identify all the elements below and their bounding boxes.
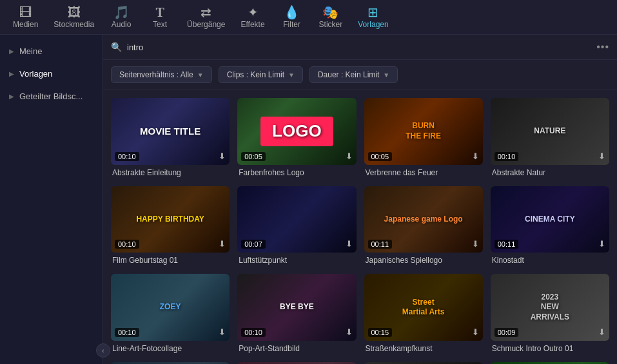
main-area: ▶ Meine ▶ Vorlagen ▶ Geteilter Bildsc...… [0,35,617,364]
thumb-wrap-7: Japanese game Logo00:11⬇ [364,186,483,253]
toolbar-item-effekte[interactable]: ✦ Effekte [233,3,272,32]
thumb-wrap-9: ZOEY00:10⬇ [111,274,230,341]
grid-item-10[interactable]: BYE BYE00:10⬇Pop-Art-Standbild [237,274,356,354]
template-grid: MOVIE TITLE00:10⬇Abstrakte EinleitungLOG… [111,98,609,364]
vorlagen-icon: ⊞ [367,6,378,19]
duration-9: 00:10 [115,328,139,337]
filter-aspect-label: Seitenverhältnis : Alle [119,70,193,79]
grid-item-3[interactable]: BURN THE FIRE00:05⬇Verbrenne das Feuer [364,98,483,178]
duration-6: 00:07 [241,240,266,249]
grid-label-12: Schmuck Intro Outro 01 [491,341,609,354]
grid-item-4[interactable]: NATURE00:10⬇Abstrakte Natur [491,98,609,178]
search-bar: 🔍 ••• [103,35,617,60]
thumb-wrap-3: BURN THE FIRE00:05⬇ [364,98,483,165]
grid-label-2: Farbenfrohes Logo [237,165,356,178]
duration-1: 00:10 [115,152,139,161]
grid-item-1[interactable]: MOVIE TITLE00:10⬇Abstrakte Einleitung [111,98,230,178]
filters-bar: Seitenverhältnis : Alle ▼ Clips : Kein L… [103,60,617,90]
filter-duration-arrow: ▼ [383,72,389,79]
grid-item-6[interactable]: 00:07⬇Luftstützpunkt [237,186,356,267]
uebergaenge-icon: ⇄ [201,6,211,19]
filter-aspect-button[interactable]: Seitenverhältnis : Alle ▼ [111,66,212,83]
filter-duration-label: Dauer : Kein Limit [318,70,379,79]
sidebar: ▶ Meine ▶ Vorlagen ▶ Geteilter Bildsc...… [0,35,103,364]
filter-clips-button[interactable]: Clips : Kein Limit ▼ [219,66,303,83]
toolbar-item-filter[interactable]: 💧 Filter [273,3,311,32]
toolbar-item-medien[interactable]: 🎞 Medien [5,3,46,32]
filter-aspect-arrow: ▼ [197,72,204,79]
search-input[interactable] [127,43,591,52]
chevron-icon-3: ▶ [9,93,14,100]
download-icon-3: ⬇ [472,151,479,161]
thumb-wrap-10: BYE BYE00:10⬇ [237,274,356,341]
filter-clips-label: Clips : Kein Limit [227,70,284,79]
grid-label-4: Abstrakte Natur [491,165,609,178]
grid-label-1: Abstrakte Einleitung [111,165,230,178]
content-panel: 🔍 ••• Seitenverhältnis : Alle ▼ Clips : … [103,35,617,364]
duration-12: 00:09 [495,328,519,337]
thumb-wrap-2: LOGO00:05⬇ [237,98,356,165]
effekte-icon: ✦ [248,6,259,19]
toolbar-item-sticker[interactable]: 🎭 Sticker [311,3,351,32]
grid-item-12[interactable]: 2023 NEW ARRIVALS00:09⬇Schmuck Intro Out… [491,274,609,354]
toolbar-item-text[interactable]: T Text [141,3,179,32]
download-icon-2: ⬇ [346,151,353,161]
toolbar-label-text: Text [153,20,167,29]
duration-4: 00:10 [495,152,519,161]
download-icon-5: ⬇ [219,239,226,249]
filter-duration-button[interactable]: Dauer : Kein Limit ▼ [309,66,398,83]
thumb-wrap-6: 00:07⬇ [237,186,356,253]
sidebar-item-vorlagen[interactable]: ▶ Vorlagen [0,62,103,85]
toolbar: 🎞 Medien 🖼 Stockmedia 🎵 Audio T Text ⇄ Ü… [0,0,617,35]
sidebar-item-meine[interactable]: ▶ Meine [0,40,103,62]
toolbar-item-audio[interactable]: 🎵 Audio [102,3,141,32]
download-icon-12: ⬇ [598,327,605,337]
grid-label-11: Straßenkampfkunst [364,341,483,354]
sidebar-item-geteilt[interactable]: ▶ Geteilter Bildsc... [0,85,103,108]
duration-7: 00:11 [368,240,393,249]
grid-item-9[interactable]: ZOEY00:10⬇Line-Art-Fotocollage [111,274,230,354]
thumb-wrap-8: CINEMA CITY00:11⬇ [491,186,609,253]
duration-8: 00:11 [495,240,519,249]
sidebar-toggle-button[interactable]: ‹ [96,343,110,358]
toolbar-label-filter: Filter [283,20,300,29]
grid-item-7[interactable]: Japanese game Logo00:11⬇Japanisches Spie… [364,186,483,267]
download-icon-6: ⬇ [346,239,353,249]
grid-label-5: Film Geburtstag 01 [111,253,230,266]
more-options-button[interactable]: ••• [596,41,609,53]
toolbar-item-uebergaenge[interactable]: ⇄ Übergänge [179,3,233,32]
toolbar-label-audio: Audio [112,20,132,29]
toolbar-label-vorlagen: Vorlagen [358,20,388,29]
duration-11: 00:15 [368,328,393,337]
grid-item-5[interactable]: HAPPY BIRTHDAY00:10⬇Film Geburtstag 01 [111,186,230,267]
download-icon-9: ⬇ [219,327,226,337]
text-icon: T [155,6,164,19]
grid-item-11[interactable]: Street Martial Arts00:15⬇Straßenkampfkun… [364,274,483,354]
audio-icon: 🎵 [113,6,130,19]
duration-5: 00:10 [115,240,139,249]
grid-item-8[interactable]: CINEMA CITY00:11⬇Kinostadt [491,186,609,267]
toolbar-label-uebergaenge: Übergänge [187,20,225,29]
toolbar-label-sticker: Sticker [319,20,343,29]
duration-3: 00:05 [368,152,393,161]
filter-icon: 💧 [284,6,300,19]
stockmedia-icon: 🖼 [68,6,81,19]
download-icon-1: ⬇ [219,151,226,161]
toolbar-label-effekte: Effekte [240,20,264,29]
download-icon-7: ⬇ [472,239,479,249]
thumb-wrap-1: MOVIE TITLE00:10⬇ [111,98,230,165]
toolbar-item-vorlagen[interactable]: ⊞ Vorlagen [350,3,396,32]
grid-label-6: Luftstützpunkt [237,253,356,266]
thumb-wrap-4: NATURE00:10⬇ [491,98,609,165]
duration-10: 00:10 [241,328,266,337]
search-icon: 🔍 [111,42,122,52]
chevron-icon: ▶ [9,48,14,55]
download-icon-10: ⬇ [346,327,353,337]
toolbar-label-medien: Medien [13,20,38,29]
sidebar-label-geteilt: Geteilter Bildsc... [19,91,83,101]
sidebar-label-meine: Meine [19,46,42,56]
grid-label-9: Line-Art-Fotocollage [111,341,230,354]
toolbar-item-stockmedia[interactable]: 🖼 Stockmedia [46,3,102,32]
grid-item-2[interactable]: LOGO00:05⬇Farbenfrohes Logo [237,98,356,178]
grid-label-10: Pop-Art-Standbild [237,341,356,354]
